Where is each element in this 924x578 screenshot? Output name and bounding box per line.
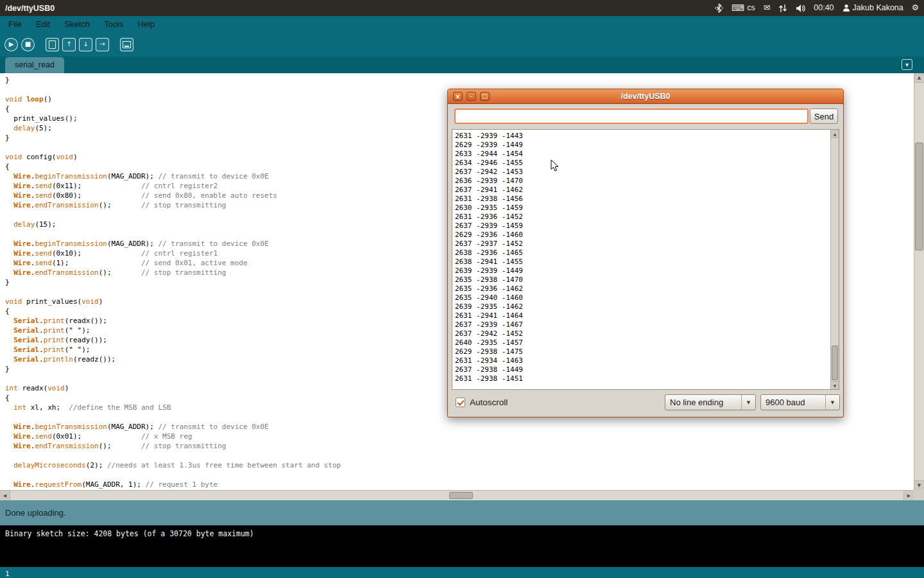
panel-window-title[interactable]: /dev/ttyUSB0	[0, 4, 55, 13]
minimize-button[interactable]: –	[466, 92, 476, 101]
save-button[interactable]: ↓	[79, 38, 92, 51]
tab-bar: serial_read ▾	[0, 57, 924, 73]
status-bar: Done uploading.	[0, 500, 924, 525]
menu-edit[interactable]: Edit	[29, 16, 57, 32]
keyboard-icon: ⌨	[732, 0, 744, 16]
chevron-down-icon: ▾	[905, 61, 909, 68]
stop-button[interactable]: ■	[21, 38, 35, 51]
maximize-icon: □	[482, 93, 488, 100]
top-panel: /dev/ttyUSB0 ⌨ cs ✉ 00:40 Jakub Kakona ⚙	[0, 0, 924, 16]
scroll-left-icon[interactable]: ◀	[0, 491, 10, 500]
menu-file[interactable]: File	[1, 16, 29, 32]
bluetooth-icon[interactable]	[715, 3, 723, 13]
console-line: Binary sketch size: 4208 bytes (of a 307…	[5, 529, 919, 538]
menu-bar: File Edit Sketch Tools Help	[0, 16, 924, 32]
send-label: Send	[814, 112, 834, 121]
menu-help[interactable]: Help	[130, 16, 162, 32]
baud-rate-select[interactable]: 9600 baud ▼	[760, 394, 840, 410]
minimize-icon: –	[470, 93, 473, 100]
serial-scroll-thumb[interactable]	[832, 346, 838, 380]
keyboard-indicator[interactable]: ⌨ cs	[732, 0, 755, 16]
mail-icon[interactable]: ✉	[764, 0, 770, 16]
user-icon	[843, 4, 850, 12]
hscroll-thumb[interactable]	[449, 492, 473, 499]
upload-button[interactable]: →	[96, 38, 109, 51]
serial-monitor-button[interactable]	[120, 38, 133, 51]
serial-output-area: 2631 -2939 -14432629 -2939 -14492633 -29…	[452, 129, 839, 390]
status-message: Done uploading.	[0, 508, 66, 518]
autoscroll-checkbox[interactable]	[456, 398, 465, 407]
username-label: Jakub Kakona	[853, 0, 903, 16]
scroll-up-icon[interactable]: ▲	[914, 73, 924, 83]
editor-vscrollbar[interactable]: ▲ ▼	[914, 73, 924, 490]
scroll-right-icon[interactable]: ▶	[903, 491, 914, 500]
line-ending-value: No line ending	[670, 395, 723, 410]
serial-monitor-titlebar[interactable]: × – □ /dev/ttyUSB0	[448, 89, 843, 104]
user-menu[interactable]: Jakub Kakona	[843, 0, 903, 16]
scroll-down-icon[interactable]: ▼	[914, 480, 924, 490]
close-icon: ×	[455, 93, 460, 100]
network-icon[interactable]	[778, 4, 787, 13]
stop-icon: ■	[25, 41, 31, 48]
line-number: 1	[0, 570, 10, 578]
dropdown-arrow-icon: ▼	[741, 395, 755, 410]
console-output: Binary sketch size: 4208 bytes (of a 307…	[0, 525, 924, 567]
serial-monitor-title: /dev/ttyUSB0	[448, 92, 843, 101]
new-sketch-button[interactable]	[46, 38, 59, 51]
check-icon	[457, 398, 464, 405]
serial-monitor-icon	[123, 41, 131, 48]
serial-scrollbar[interactable]: ▲ ▼	[830, 130, 839, 389]
serial-output: 2631 -2939 -14432629 -2939 -14492633 -29…	[452, 130, 830, 389]
send-button[interactable]: Send	[810, 109, 838, 124]
baud-rate-value: 9600 baud	[766, 395, 805, 410]
upload-icon: →	[99, 41, 105, 48]
keyboard-layout-label: cs	[747, 0, 755, 16]
line-indicator-bar: 1	[0, 567, 924, 578]
open-icon: ↑	[66, 41, 71, 48]
session-gear-icon[interactable]: ⚙	[912, 0, 919, 16]
serial-scroll-down-icon[interactable]: ▼	[831, 381, 839, 389]
verify-button[interactable]: ▶	[4, 38, 18, 51]
vscroll-thumb[interactable]	[915, 143, 923, 250]
tab-serial-read[interactable]: serial_read	[5, 57, 64, 73]
scrollbar-corner	[914, 490, 924, 500]
editor-hscrollbar[interactable]: ◀ ▶	[0, 490, 914, 500]
line-ending-select[interactable]: No line ending ▼	[665, 394, 756, 410]
open-button[interactable]: ↑	[62, 38, 76, 51]
clock[interactable]: 00:40	[814, 0, 834, 16]
serial-monitor-window: × – □ /dev/ttyUSB0 Send 2631 -2939 -1443…	[447, 89, 844, 417]
dropdown-arrow-icon: ▼	[825, 395, 839, 410]
tab-menu-button[interactable]: ▾	[902, 59, 912, 70]
save-icon: ↓	[83, 41, 88, 48]
menu-tools[interactable]: Tools	[97, 16, 130, 32]
serial-monitor-controls: Autoscroll No line ending ▼ 9600 baud ▼	[448, 394, 843, 412]
maximize-button[interactable]: □	[480, 92, 490, 101]
volume-icon[interactable]	[796, 4, 805, 13]
menu-sketch[interactable]: Sketch	[57, 16, 97, 32]
play-icon: ▶	[9, 41, 14, 48]
new-file-icon	[49, 40, 56, 49]
autoscroll-label: Autoscroll	[470, 394, 508, 411]
serial-scroll-up-icon[interactable]: ▲	[831, 130, 839, 138]
serial-input[interactable]	[454, 109, 809, 124]
toolbar: ▶ ■ ↑ ↓ →	[0, 32, 924, 57]
close-button[interactable]: ×	[453, 92, 463, 101]
system-tray: ⌨ cs ✉ 00:40 Jakub Kakona ⚙	[715, 0, 924, 16]
